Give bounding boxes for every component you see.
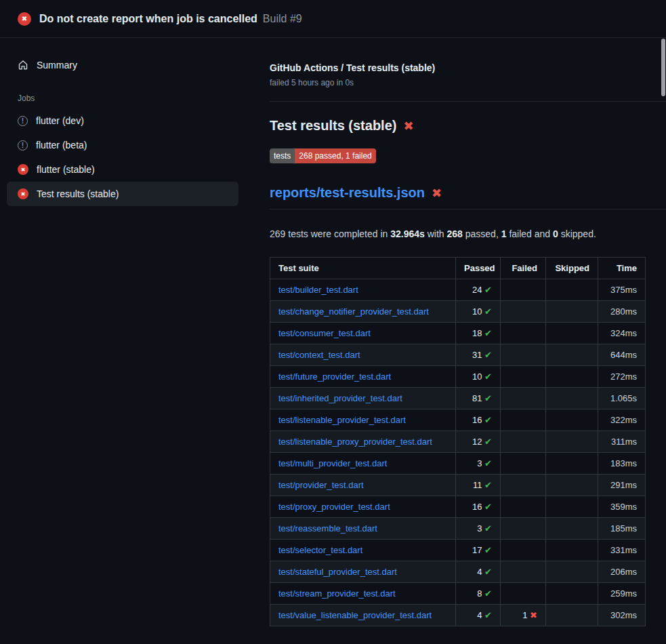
test-suite-link[interactable]: test/builder_test.dart xyxy=(278,285,358,295)
passed-cell: 17 ✔ xyxy=(456,540,501,561)
test-suite-link[interactable]: test/future_provider_test.dart xyxy=(278,371,391,382)
suite-cell: test/proxy_provider_test.dart xyxy=(270,496,456,518)
summary-skipped-count: 0 xyxy=(553,228,558,239)
alert-circle-icon: ! xyxy=(18,140,28,150)
passed-cell: 4 ✔ xyxy=(456,561,501,583)
failed-cell xyxy=(501,518,546,540)
failed-cell xyxy=(501,540,546,561)
suite-cell: test/selector_test.dart xyxy=(270,540,456,561)
failed-cell xyxy=(501,583,546,605)
skipped-cell xyxy=(546,518,598,540)
test-suite-link[interactable]: test/consumer_test.dart xyxy=(278,328,371,338)
suite-cell: test/value_listenable_provider_test.dart xyxy=(270,605,456,626)
x-circle-icon: ✖ xyxy=(18,164,28,175)
passed-cell: 4 ✔ xyxy=(456,605,501,626)
scrollbar-thumb[interactable] xyxy=(661,39,665,96)
time-cell: 183ms xyxy=(598,453,646,475)
sidebar-item-test-results-stable[interactable]: ✖Test results (stable) xyxy=(7,182,238,206)
test-suite-link[interactable]: test/multi_provider_test.dart xyxy=(278,458,387,468)
failed-status-icon: ✖ xyxy=(18,12,31,26)
passed-cell: 10 ✔ xyxy=(456,366,501,388)
check-icon: ✔ xyxy=(484,610,492,620)
column-header-failed: Failed xyxy=(501,258,546,279)
test-suite-link[interactable]: test/listenable_proxy_provider_test.dart xyxy=(278,437,432,447)
skipped-cell xyxy=(546,366,598,388)
sidebar-summary-label: Summary xyxy=(37,60,77,71)
time-cell: 359ms xyxy=(598,496,646,518)
sidebar-item-flutter-dev[interactable]: !flutter (dev) xyxy=(7,108,238,133)
passed-cell: 31 ✔ xyxy=(456,344,501,366)
suite-cell: test/context_test.dart xyxy=(270,344,456,366)
test-suite-link[interactable]: test/stream_provider_test.dart xyxy=(278,588,396,599)
table-row: test/listenable_proxy_provider_test.dart… xyxy=(270,431,646,453)
failed-cell xyxy=(501,431,546,453)
alert-circle-icon: ! xyxy=(18,116,28,126)
table-row: test/change_notifier_provider_test.dart1… xyxy=(270,301,646,323)
test-suite-link[interactable]: test/listenable_provider_test.dart xyxy=(278,415,406,425)
test-suite-link[interactable]: test/change_notifier_provider_test.dart xyxy=(278,306,429,317)
failed-cell xyxy=(501,561,546,583)
failed-cell: 1 ✖ xyxy=(501,605,546,626)
time-cell: 331ms xyxy=(598,540,646,561)
passed-cell: 3 ✔ xyxy=(456,453,501,475)
check-icon: ✔ xyxy=(484,545,492,555)
summary-passed-count: 268 xyxy=(447,228,463,239)
column-header-skipped: Skipped xyxy=(546,258,598,279)
passed-cell: 81 ✔ xyxy=(456,388,501,409)
skipped-cell xyxy=(546,540,598,561)
passed-cell-value: 31 xyxy=(472,350,484,360)
check-icon: ✔ xyxy=(484,480,492,490)
failed-cell xyxy=(501,453,546,475)
skipped-cell xyxy=(546,279,598,301)
report-file-link[interactable]: reports/test-results.json ✖ xyxy=(270,185,442,201)
jobs-list: !flutter (dev)!flutter (beta)✖flutter (s… xyxy=(7,108,238,206)
cross-icon: ✖ xyxy=(530,610,537,620)
suite-cell: test/reassemble_test.dart xyxy=(270,518,456,540)
test-suite-link[interactable]: test/reassemble_test.dart xyxy=(278,523,377,534)
time-cell: 324ms xyxy=(598,323,646,344)
test-suite-link[interactable]: test/value_listenable_provider_test.dart xyxy=(278,610,432,620)
table-row: test/stateful_provider_test.dart4 ✔206ms xyxy=(270,561,646,583)
badge-value: 268 passed, 1 failed xyxy=(295,148,375,163)
passed-cell-value: 81 xyxy=(472,393,484,403)
test-suite-link[interactable]: test/provider_test.dart xyxy=(278,480,364,490)
time-cell: 375ms xyxy=(598,279,646,301)
time-cell: 206ms xyxy=(598,561,646,583)
test-suite-link[interactable]: test/inherited_provider_test.dart xyxy=(278,393,402,403)
breadcrumb: GitHub Actions / Test results (stable) xyxy=(270,62,666,73)
check-icon: ✔ xyxy=(484,306,492,317)
check-icon: ✔ xyxy=(484,328,492,338)
table-row: test/inherited_provider_test.dart81 ✔1.0… xyxy=(270,388,646,409)
table-header-row: Test suitePassedFailedSkippedTime xyxy=(270,258,646,279)
test-suite-link[interactable]: test/context_test.dart xyxy=(278,350,360,360)
skipped-cell xyxy=(546,475,598,496)
table-row: test/selector_test.dart17 ✔331ms xyxy=(270,540,646,561)
time-cell: 1.065s xyxy=(598,388,646,409)
passed-cell-value: 8 xyxy=(477,588,484,599)
passed-cell-value: 10 xyxy=(472,371,484,382)
skipped-cell xyxy=(546,605,598,626)
jobs-sidebar: Summary Jobs !flutter (dev)!flutter (bet… xyxy=(0,38,245,206)
job-label: Test results (stable) xyxy=(37,188,119,199)
sidebar-item-summary[interactable]: Summary xyxy=(7,53,238,77)
test-suite-link[interactable]: test/proxy_provider_test.dart xyxy=(278,502,390,512)
column-header-test-suite: Test suite xyxy=(270,258,456,279)
time-cell: 272ms xyxy=(598,366,646,388)
sidebar-item-flutter-stable[interactable]: ✖flutter (stable) xyxy=(7,157,238,182)
test-suite-link[interactable]: test/selector_test.dart xyxy=(278,545,362,555)
report-file-name: reports/test-results.json xyxy=(270,185,425,201)
skipped-cell xyxy=(546,388,598,409)
check-run-header: ✖ Do not create report when job is cance… xyxy=(0,0,666,38)
time-cell: 311ms xyxy=(598,431,646,453)
failed-cell xyxy=(501,301,546,323)
test-suite-link[interactable]: test/stateful_provider_test.dart xyxy=(278,567,397,577)
summary-failed-count: 1 xyxy=(501,228,507,239)
failed-cell xyxy=(501,388,546,409)
time-cell: 185ms xyxy=(598,518,646,540)
failed-cell xyxy=(501,344,546,366)
sidebar-item-flutter-beta[interactable]: !flutter (beta) xyxy=(7,133,238,157)
home-icon xyxy=(18,60,28,71)
failed-cell-value: 1 xyxy=(522,610,530,620)
skipped-cell xyxy=(546,583,598,605)
tests-badge: tests 268 passed, 1 failed xyxy=(270,148,376,163)
